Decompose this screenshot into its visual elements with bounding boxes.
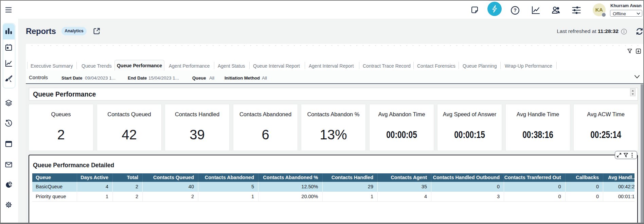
svg-text:?: ? [514,7,517,13]
